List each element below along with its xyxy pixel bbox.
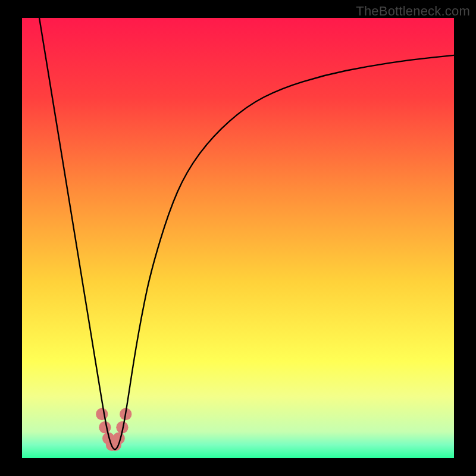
plot-area — [22, 18, 454, 458]
gradient-background — [22, 18, 454, 458]
chart-frame: TheBottleneck.com — [0, 0, 476, 476]
bottleneck-chart — [22, 18, 454, 458]
watermark-text: TheBottleneck.com — [356, 4, 470, 19]
optimal-dot — [99, 421, 111, 433]
optimal-dot — [96, 408, 108, 420]
